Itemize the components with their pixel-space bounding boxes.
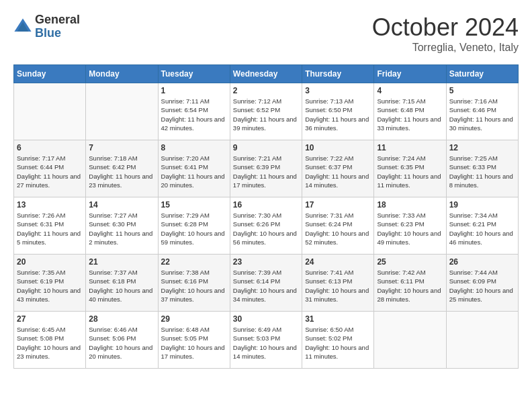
calendar-cell: 16Sunrise: 7:30 AMSunset: 6:26 PMDayligh… bbox=[230, 197, 302, 255]
calendar-cell: 29Sunrise: 6:48 AMSunset: 5:05 PMDayligh… bbox=[158, 312, 230, 369]
day-detail: Sunrise: 7:44 AMSunset: 6:09 PMDaylight:… bbox=[449, 268, 515, 304]
day-number: 31 bbox=[305, 314, 371, 324]
day-detail: Sunrise: 7:35 AMSunset: 6:19 PMDaylight:… bbox=[17, 268, 83, 304]
day-of-week-header: Sunday bbox=[14, 65, 86, 83]
day-of-week-header: Thursday bbox=[302, 65, 374, 83]
day-number: 18 bbox=[377, 200, 443, 210]
calendar-cell: 31Sunrise: 6:50 AMSunset: 5:02 PMDayligh… bbox=[302, 312, 374, 369]
calendar-cell bbox=[374, 312, 446, 369]
day-number: 22 bbox=[161, 257, 227, 267]
calendar-header-row: SundayMondayTuesdayWednesdayThursdayFrid… bbox=[14, 65, 519, 83]
day-of-week-header: Tuesday bbox=[158, 65, 230, 83]
calendar-cell: 13Sunrise: 7:26 AMSunset: 6:31 PMDayligh… bbox=[14, 197, 86, 255]
calendar-cell: 9Sunrise: 7:21 AMSunset: 6:39 PMDaylight… bbox=[230, 140, 302, 197]
logo-general-text: General bbox=[35, 13, 80, 27]
day-detail: Sunrise: 7:42 AMSunset: 6:11 PMDaylight:… bbox=[377, 268, 443, 304]
calendar-cell: 19Sunrise: 7:34 AMSunset: 6:21 PMDayligh… bbox=[446, 197, 518, 255]
calendar-cell: 18Sunrise: 7:33 AMSunset: 6:23 PMDayligh… bbox=[374, 197, 446, 255]
day-detail: Sunrise: 7:17 AMSunset: 6:44 PMDaylight:… bbox=[17, 154, 83, 189]
day-detail: Sunrise: 6:46 AMSunset: 5:06 PMDaylight:… bbox=[89, 325, 154, 361]
logo: General Blue bbox=[13, 13, 80, 40]
day-detail: Sunrise: 7:11 AMSunset: 6:54 PMDaylight:… bbox=[161, 97, 227, 132]
day-number: 15 bbox=[161, 200, 227, 210]
day-detail: Sunrise: 7:25 AMSunset: 6:33 PMDaylight:… bbox=[449, 154, 515, 189]
calendar-cell: 21Sunrise: 7:37 AMSunset: 6:18 PMDayligh… bbox=[86, 255, 158, 312]
calendar-cell: 5Sunrise: 7:16 AMSunset: 6:46 PMDaylight… bbox=[446, 83, 518, 140]
calendar-cell: 11Sunrise: 7:24 AMSunset: 6:35 PMDayligh… bbox=[374, 140, 446, 197]
day-number: 17 bbox=[305, 200, 371, 210]
day-number: 13 bbox=[17, 200, 83, 210]
calendar-cell: 4Sunrise: 7:15 AMSunset: 6:48 PMDaylight… bbox=[374, 83, 446, 140]
day-number: 12 bbox=[449, 143, 515, 152]
day-detail: Sunrise: 7:26 AMSunset: 6:31 PMDaylight:… bbox=[17, 211, 83, 246]
calendar-week-row: 6Sunrise: 7:17 AMSunset: 6:44 PMDaylight… bbox=[14, 140, 519, 197]
day-detail: Sunrise: 7:16 AMSunset: 6:46 PMDaylight:… bbox=[449, 97, 515, 132]
calendar-week-row: 20Sunrise: 7:35 AMSunset: 6:19 PMDayligh… bbox=[14, 255, 519, 312]
day-number: 11 bbox=[377, 143, 443, 152]
day-detail: Sunrise: 7:20 AMSunset: 6:41 PMDaylight:… bbox=[161, 154, 227, 189]
logo-blue-text: Blue bbox=[35, 27, 80, 40]
day-detail: Sunrise: 6:49 AMSunset: 5:03 PMDaylight:… bbox=[233, 325, 299, 361]
logo-icon bbox=[13, 17, 32, 36]
day-of-week-header: Wednesday bbox=[230, 65, 302, 83]
calendar-cell: 24Sunrise: 7:41 AMSunset: 6:13 PMDayligh… bbox=[302, 255, 374, 312]
day-of-week-header: Saturday bbox=[446, 65, 518, 83]
day-number: 14 bbox=[89, 200, 154, 210]
calendar-cell: 20Sunrise: 7:35 AMSunset: 6:19 PMDayligh… bbox=[14, 255, 86, 312]
day-number: 8 bbox=[161, 143, 227, 152]
calendar-cell: 27Sunrise: 6:45 AMSunset: 5:08 PMDayligh… bbox=[14, 312, 86, 369]
calendar-cell: 10Sunrise: 7:22 AMSunset: 6:37 PMDayligh… bbox=[302, 140, 374, 197]
calendar-week-row: 13Sunrise: 7:26 AMSunset: 6:31 PMDayligh… bbox=[14, 197, 519, 255]
day-detail: Sunrise: 7:38 AMSunset: 6:16 PMDaylight:… bbox=[161, 268, 227, 304]
day-detail: Sunrise: 7:41 AMSunset: 6:13 PMDaylight:… bbox=[305, 268, 371, 304]
day-detail: Sunrise: 6:50 AMSunset: 5:02 PMDaylight:… bbox=[305, 325, 371, 361]
calendar-cell bbox=[446, 312, 518, 369]
day-detail: Sunrise: 7:33 AMSunset: 6:23 PMDaylight:… bbox=[377, 211, 443, 246]
calendar-cell: 1Sunrise: 7:11 AMSunset: 6:54 PMDaylight… bbox=[158, 83, 230, 140]
day-detail: Sunrise: 6:45 AMSunset: 5:08 PMDaylight:… bbox=[17, 325, 83, 361]
day-number: 29 bbox=[161, 314, 227, 324]
day-number: 10 bbox=[305, 143, 371, 152]
calendar-cell: 6Sunrise: 7:17 AMSunset: 6:44 PMDaylight… bbox=[14, 140, 86, 197]
day-detail: Sunrise: 7:29 AMSunset: 6:28 PMDaylight:… bbox=[161, 211, 227, 246]
day-detail: Sunrise: 7:37 AMSunset: 6:18 PMDaylight:… bbox=[89, 268, 154, 304]
day-number: 5 bbox=[449, 86, 515, 95]
calendar-cell: 17Sunrise: 7:31 AMSunset: 6:24 PMDayligh… bbox=[302, 197, 374, 255]
day-detail: Sunrise: 7:27 AMSunset: 6:30 PMDaylight:… bbox=[89, 211, 154, 246]
calendar-week-row: 1Sunrise: 7:11 AMSunset: 6:54 PMDaylight… bbox=[14, 83, 519, 140]
calendar-cell: 14Sunrise: 7:27 AMSunset: 6:30 PMDayligh… bbox=[86, 197, 158, 255]
calendar-cell: 12Sunrise: 7:25 AMSunset: 6:33 PMDayligh… bbox=[446, 140, 518, 197]
day-number: 6 bbox=[17, 143, 83, 152]
day-detail: Sunrise: 7:15 AMSunset: 6:48 PMDaylight:… bbox=[377, 97, 443, 132]
day-detail: Sunrise: 6:48 AMSunset: 5:05 PMDaylight:… bbox=[161, 325, 227, 361]
day-detail: Sunrise: 7:39 AMSunset: 6:14 PMDaylight:… bbox=[233, 268, 299, 304]
day-number: 19 bbox=[449, 200, 515, 210]
calendar-cell: 25Sunrise: 7:42 AMSunset: 6:11 PMDayligh… bbox=[374, 255, 446, 312]
day-number: 3 bbox=[305, 86, 371, 95]
day-detail: Sunrise: 7:12 AMSunset: 6:52 PMDaylight:… bbox=[233, 97, 299, 132]
day-number: 26 bbox=[449, 257, 515, 267]
calendar-cell: 8Sunrise: 7:20 AMSunset: 6:41 PMDaylight… bbox=[158, 140, 230, 197]
day-detail: Sunrise: 7:24 AMSunset: 6:35 PMDaylight:… bbox=[377, 154, 443, 189]
day-number: 24 bbox=[305, 257, 371, 267]
calendar-cell: 7Sunrise: 7:18 AMSunset: 6:42 PMDaylight… bbox=[86, 140, 158, 197]
day-detail: Sunrise: 7:34 AMSunset: 6:21 PMDaylight:… bbox=[449, 211, 515, 246]
calendar-table: SundayMondayTuesdayWednesdayThursdayFrid… bbox=[13, 64, 519, 369]
calendar-week-row: 27Sunrise: 6:45 AMSunset: 5:08 PMDayligh… bbox=[14, 312, 519, 369]
calendar-cell: 2Sunrise: 7:12 AMSunset: 6:52 PMDaylight… bbox=[230, 83, 302, 140]
calendar-cell: 26Sunrise: 7:44 AMSunset: 6:09 PMDayligh… bbox=[446, 255, 518, 312]
day-detail: Sunrise: 7:22 AMSunset: 6:37 PMDaylight:… bbox=[305, 154, 371, 189]
calendar-cell bbox=[14, 83, 86, 140]
day-number: 21 bbox=[89, 257, 154, 267]
day-number: 20 bbox=[17, 257, 83, 267]
calendar-cell: 23Sunrise: 7:39 AMSunset: 6:14 PMDayligh… bbox=[230, 255, 302, 312]
day-number: 27 bbox=[17, 314, 83, 324]
page-header: General Blue October 2024 Torreglia, Ven… bbox=[13, 13, 519, 54]
day-number: 16 bbox=[233, 200, 299, 210]
day-number: 7 bbox=[89, 143, 154, 152]
month-title: October 2024 bbox=[372, 13, 519, 42]
calendar-cell: 15Sunrise: 7:29 AMSunset: 6:28 PMDayligh… bbox=[158, 197, 230, 255]
calendar-cell: 30Sunrise: 6:49 AMSunset: 5:03 PMDayligh… bbox=[230, 312, 302, 369]
title-block: October 2024 Torreglia, Veneto, Italy bbox=[372, 13, 519, 54]
day-detail: Sunrise: 7:21 AMSunset: 6:39 PMDaylight:… bbox=[233, 154, 299, 189]
